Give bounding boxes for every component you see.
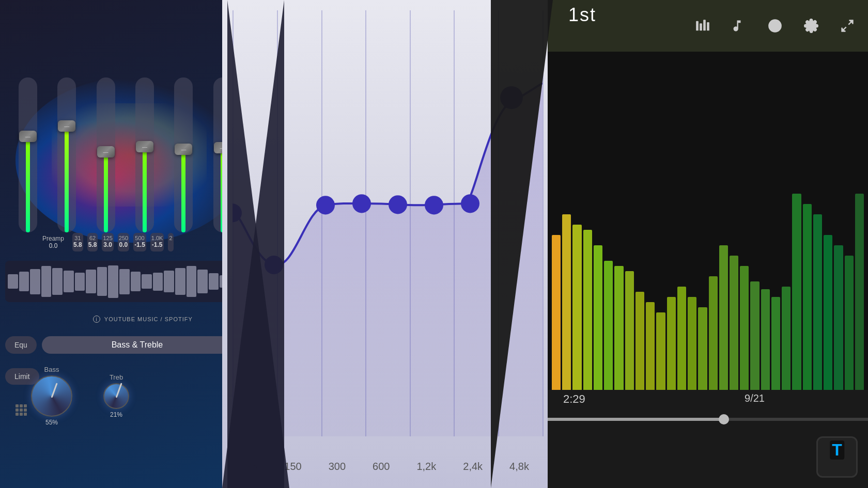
spectrum-bar-23 bbox=[792, 194, 801, 390]
slider-col-2 bbox=[49, 77, 84, 232]
eq-dot-5[interactable] bbox=[389, 195, 407, 214]
eq-dot-2[interactable] bbox=[265, 256, 283, 274]
layers-icon-btn[interactable] bbox=[837, 15, 858, 36]
freq-label-300: 300 bbox=[329, 461, 346, 473]
slider-track-4[interactable] bbox=[135, 77, 154, 232]
eq-dot-8[interactable] bbox=[500, 86, 523, 109]
freq-band-31: 31 5.8 bbox=[72, 233, 83, 251]
slider-track-5[interactable] bbox=[174, 77, 193, 232]
info-icon: i bbox=[93, 316, 100, 323]
slider-track-1[interactable] bbox=[19, 77, 37, 232]
spectrum-bar-21 bbox=[771, 297, 780, 390]
progress-thumb[interactable] bbox=[719, 414, 729, 424]
preamp-label: Preamp bbox=[42, 235, 64, 242]
wave-bar bbox=[142, 274, 152, 289]
spectrum-bar-0 bbox=[552, 235, 561, 390]
freq-band-1k: 1.0K -1.5 bbox=[150, 233, 164, 251]
freq-band-250: 250 0.0 bbox=[118, 233, 129, 251]
freq-hz-62: 62 bbox=[88, 235, 97, 241]
spectrum-bar-11 bbox=[667, 297, 676, 390]
wave-bar bbox=[209, 273, 219, 290]
freq-band-2: 2 bbox=[168, 233, 173, 251]
player-time: 2:29 bbox=[563, 392, 585, 406]
spectrum-bar-12 bbox=[677, 287, 686, 390]
slider-track-3[interactable] bbox=[97, 77, 115, 232]
vgrid-8 bbox=[542, 10, 544, 436]
spectrum-bar-28 bbox=[845, 256, 854, 390]
wave-bar bbox=[30, 269, 40, 294]
music-notes-icon bbox=[732, 19, 746, 33]
freq-label-24k: 2,4k bbox=[463, 461, 483, 473]
right-panel-title: 1st bbox=[568, 4, 596, 26]
freq-label-75: 75 bbox=[246, 461, 257, 473]
svg-rect-2 bbox=[703, 20, 706, 30]
eq-curve-area bbox=[233, 10, 542, 436]
freq-db-500: -1.5 bbox=[134, 241, 145, 248]
freq-band-preamp: Preamp 0.0 bbox=[41, 233, 68, 251]
wave-bar bbox=[175, 268, 185, 295]
speaker-icon-area bbox=[16, 404, 27, 416]
spectrum-icon-btn[interactable] bbox=[692, 15, 713, 36]
eq-dot-4[interactable] bbox=[352, 194, 371, 213]
logo-top: T bbox=[830, 440, 844, 460]
slider-thumb-3[interactable] bbox=[97, 146, 115, 158]
progress-bar-container[interactable] bbox=[548, 418, 868, 421]
settings-icon bbox=[804, 19, 818, 33]
spectrum-bar-25 bbox=[813, 214, 822, 390]
slider-thumb-4[interactable] bbox=[136, 141, 153, 152]
bass-treble-button[interactable]: Bass & Treble bbox=[42, 336, 233, 354]
equ-button[interactable]: Equ bbox=[5, 336, 37, 354]
svg-rect-3 bbox=[707, 22, 709, 30]
slider-track-2[interactable] bbox=[57, 77, 76, 232]
layers-icon bbox=[840, 19, 855, 33]
spectrum-bar-2 bbox=[572, 225, 581, 390]
treble-knob-group: Treb 21% bbox=[103, 373, 129, 418]
spectrum-bar-19 bbox=[750, 281, 759, 390]
slider-col-1 bbox=[10, 77, 45, 232]
source-label: i YOUTUBE MUSIC / SPOTIFY bbox=[93, 316, 193, 323]
eq-dot-6[interactable] bbox=[425, 196, 443, 214]
slider-col-4 bbox=[127, 77, 162, 232]
music-notes-icon-btn[interactable] bbox=[729, 15, 749, 36]
right-top-bar: 1st bbox=[548, 0, 868, 52]
clock-icon-btn[interactable] bbox=[765, 15, 785, 36]
spectrum-bar-8 bbox=[636, 292, 644, 390]
spectrum-bar-13 bbox=[688, 297, 696, 390]
slider-thumb-2[interactable] bbox=[58, 120, 75, 132]
freq-label-600: 600 bbox=[373, 461, 390, 473]
slider-fill-1 bbox=[26, 139, 30, 232]
spectrum-bar-3 bbox=[583, 230, 592, 390]
freq-db-250: 0.0 bbox=[119, 241, 128, 248]
slider-fill-4 bbox=[143, 150, 147, 232]
wave-bar bbox=[164, 271, 174, 292]
spectrum-icon bbox=[695, 19, 710, 33]
wave-bar bbox=[41, 266, 52, 297]
settings-icon-btn[interactable] bbox=[801, 15, 822, 36]
speaker-grid-icon bbox=[16, 404, 27, 416]
eq-dot-7[interactable] bbox=[461, 194, 479, 213]
spectrum-bar-17 bbox=[730, 256, 738, 390]
spectrum-bar-5 bbox=[604, 261, 613, 390]
slider-fill-3 bbox=[104, 155, 108, 232]
wave-bar bbox=[52, 268, 63, 295]
track-position: 9/21 bbox=[745, 392, 765, 404]
eq-dot-3[interactable] bbox=[316, 196, 335, 214]
logo-badge[interactable]: T bbox=[816, 436, 858, 478]
freq-hz-2: 2 bbox=[169, 235, 172, 241]
wave-bar bbox=[64, 271, 74, 292]
waveform-preview bbox=[5, 261, 233, 302]
freq-band-62: 62 5.8 bbox=[87, 233, 98, 251]
bass-value: 55% bbox=[45, 419, 58, 426]
spectrum-area bbox=[548, 52, 868, 390]
spectrum-bar-16 bbox=[719, 245, 728, 390]
freq-db-62: 5.8 bbox=[88, 241, 97, 248]
slider-col-5 bbox=[166, 77, 201, 232]
svg-rect-0 bbox=[696, 21, 699, 31]
spectrum-bar-7 bbox=[625, 271, 634, 390]
bass-knob[interactable] bbox=[31, 375, 72, 417]
spectrum-bar-15 bbox=[709, 276, 718, 390]
treble-knob[interactable] bbox=[103, 383, 129, 409]
slider-thumb-1[interactable] bbox=[19, 131, 37, 142]
slider-thumb-5[interactable] bbox=[175, 144, 192, 155]
freq-hz-31: 31 bbox=[73, 235, 82, 241]
